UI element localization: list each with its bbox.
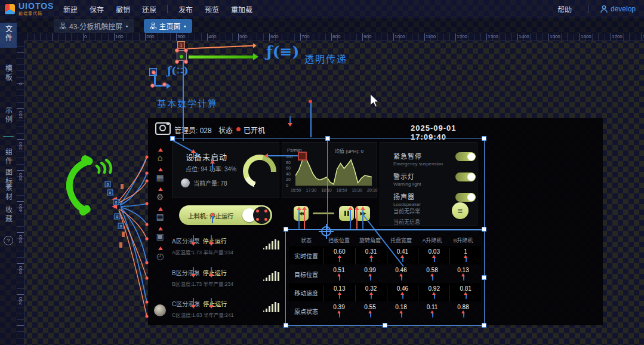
device-list-item[interactable]: B区分液泵停止运行 B区温度:1.73 半年产量:234 [172,267,281,294]
menu-bar: UIOTOS 前端零代码 新建 保存 撤销 还原 发布 预览 重加载 帮助 de… [0,0,644,18]
node-handle[interactable] [150,84,155,88]
mini-bar-chart-icon [263,270,279,281]
nav-machine[interactable]: ▤ [153,207,167,227]
mouse-cursor [370,94,380,107]
selection-rect[interactable] [285,229,485,326]
page-tab-bar: 43-分板机触控屏 ● 主页面 ● [17,18,644,33]
folder-icon: ▣ [153,232,167,241]
avatar[interactable] [154,304,166,316]
selection-handle[interactable] [482,136,486,141]
device-list-item[interactable]: C区分液泵停止运行 C区温度:1.63 半年产量:241 [172,298,281,325]
user-icon [600,5,608,13]
feeder-slider[interactable]: 上料机: 停止运行 [179,205,272,225]
orange-connection-arrow [187,45,253,50]
tab-modified-dot: ● [125,24,128,28]
selection-handle[interactable] [170,136,175,141]
anchor-arrow-icon [210,212,215,224]
camera-icon[interactable] [155,122,171,135]
sidebar-item-material[interactable]: 素材 [0,184,17,204]
menu-item-new[interactable]: 新建 [63,4,78,14]
ruler-label: 1700 [612,34,623,39]
node-badge: 1 [177,41,185,49]
ruler-label: 700 [301,34,309,39]
menu-divider [588,5,589,13]
menu-item-preview[interactable]: 预览 [205,4,219,14]
anchor-target-box[interactable] [298,152,307,161]
sidebar-item-favorites[interactable]: 收藏 [0,206,17,226]
home-icon: ⌂ [153,153,167,162]
ruler-label: 300 [177,34,185,39]
nav-control[interactable]: ▦ [153,168,167,187]
node-port[interactable] [180,55,183,58]
anchor-arrow-icon [348,207,353,230]
page-schema-icon [150,23,156,29]
selection-handle[interactable] [284,227,288,232]
anchor-arrow-icon [355,207,359,230]
ruler-label: 900 [363,34,371,39]
node-handle[interactable] [175,48,179,53]
anchor-arrow-icon [210,160,215,172]
ruler-corner [17,33,24,41]
uiotos-logo[interactable]: UIOTOS 前端零代码 [5,2,57,16]
tab-label: 43-分板机触控屏 [69,21,122,31]
ruler-label: 1100 [426,34,436,39]
help-circle-icon[interactable]: ? [4,236,13,245]
logo-title: UIOTOS [19,2,54,10]
anchor-arrow-icon [302,207,307,230]
device-name: C区分液泵 [172,301,200,307]
ruler-label: 500 [239,34,247,39]
uiotos-editor: UIOTOS 前端零代码 新建 保存 撤销 还原 发布 预览 重加载 帮助 de… [0,0,644,345]
anchor-arrow-icon [191,149,196,161]
user-account[interactable]: develop [600,5,636,13]
selection-handle[interactable] [482,323,486,328]
nav-home[interactable]: ⌂ [153,148,167,168]
ruler-label: 600 [270,34,278,39]
tab-main-page[interactable]: 主页面 ● [144,19,192,33]
anchor-arrow-icon [191,234,196,246]
nav-settings[interactable]: ⚙ [153,187,167,207]
selection-handle[interactable] [325,136,330,141]
selection-handle[interactable] [482,275,486,280]
math-function-icon[interactable]: ƒ(+ −× ÷) [167,64,189,76]
wire-vertical [183,61,184,141]
nav-files[interactable]: ▣ [153,227,167,247]
progress-ring [243,155,276,188]
ruler-label: 1200 [457,34,467,39]
math-node-label: 基本数学计算 [157,97,218,109]
wire-overlay: 0 0 0 0 0 [87,147,149,326]
nav-history[interactable]: ◴ [153,247,167,266]
dashboard-header: 管理员: 028 状态 已开机 2025-09-01 17:09:40 [148,118,486,138]
tab-board-screen[interactable]: 43-分板机触控屏 ● [54,19,134,33]
ruler-label: 1500 [550,34,560,39]
sidebar-item-component[interactable]: 组件 [0,148,17,168]
menu-item-help[interactable]: 帮助 [557,4,572,14]
selection-handle[interactable] [383,323,387,328]
sidebar-item-example[interactable]: 示例 [0,106,17,127]
admin-label: 管理员: 028 [174,125,212,135]
ruler-label: 400 [18,202,23,214]
node-handle[interactable] [152,70,156,75]
ruler-label: 1400 [519,34,529,39]
device-list-item[interactable]: A区分液泵停止运行 A区温度:1.73 半年产量:234 [172,235,281,263]
sidebar-item-file[interactable]: 文件 [0,23,17,48]
selection-handle[interactable] [284,323,288,328]
transparent-pass-icon[interactable]: ƒ(≡) [266,43,299,60]
menu-item-redo[interactable]: 还原 [142,4,156,14]
node-handle[interactable] [162,82,167,87]
menu-item-save[interactable]: 保存 [90,4,104,14]
menu-item-reload[interactable]: 重加载 [231,4,252,14]
device-status-panel[interactable]: 设备未启动 点位: 94 功率: 34% 当前产量: 78 [172,142,279,198]
tab-label: 主页面 [159,21,181,31]
sidebar-item-template[interactable]: 模板 [0,64,17,85]
axis-tick-label: 80 [286,161,291,165]
gear-icon: ⚙ [153,192,167,202]
status-label: 状态 [218,125,233,135]
selection-handle[interactable] [482,227,486,232]
node-handle[interactable] [184,60,188,64]
tab-modified-dot: ● [184,24,186,28]
username: develop [611,5,636,13]
menu-item-undo[interactable]: 撤销 [116,4,130,14]
node-handle[interactable] [175,60,179,64]
wire-endpoint-dot[interactable] [309,100,312,103]
menu-item-publish[interactable]: 发布 [178,4,193,14]
